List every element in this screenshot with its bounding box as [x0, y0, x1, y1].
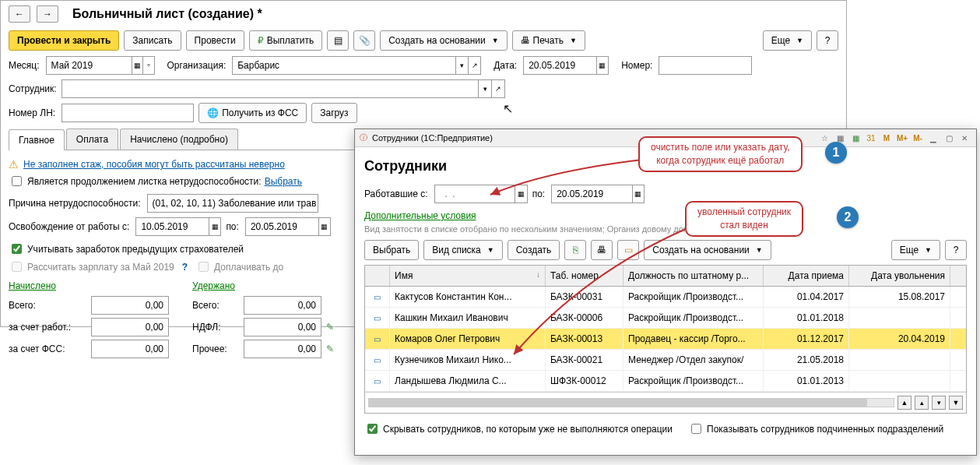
number-input[interactable] — [659, 56, 752, 75]
scroll-track[interactable] — [368, 398, 894, 407]
calendar-icon[interactable]: 31 — [864, 131, 878, 145]
open-icon[interactable]: ↗ — [468, 57, 480, 74]
table-row[interactable]: ▭Кашкин Михаил ИвановичБАЗК-00006Раскрой… — [365, 308, 966, 329]
col-position[interactable]: Должность по штатному р... — [623, 266, 764, 286]
total-withheld[interactable] — [244, 296, 321, 315]
scroll-bottom-icon[interactable]: ▼ — [949, 396, 963, 410]
col-hired[interactable]: Дата приема — [764, 266, 849, 286]
scroll-down-icon[interactable]: ▾ — [932, 396, 946, 410]
col-tab[interactable]: Таб. номер — [546, 266, 623, 286]
help-icon[interactable]: ? — [182, 262, 188, 273]
attach-icon[interactable]: 📎 — [353, 30, 375, 51]
other-amount[interactable] — [244, 340, 321, 358]
table-row[interactable]: ▭Кактусов Константин Кон...БАЗК-00031Рас… — [365, 287, 966, 308]
create-based-button[interactable]: Создать на основании▼ — [644, 240, 771, 260]
table-row[interactable]: ▭Кузнечиков Михаил Нико...БАЗК-00021Мене… — [365, 350, 966, 371]
employee-input[interactable]: ▾ ↗ — [61, 79, 505, 98]
card-icon[interactable]: ▭ — [617, 240, 639, 260]
load-file-button[interactable]: Загруз — [311, 103, 357, 123]
worked-to-label: по: — [532, 188, 546, 199]
stepper-icon[interactable]: ÷ — [142, 57, 153, 74]
mplus-icon[interactable]: M+ — [895, 131, 909, 145]
edit-icon[interactable]: ✎ — [326, 343, 334, 354]
get-fss-button[interactable]: 🌐 Получить из ФСС — [198, 103, 307, 123]
maximize-icon[interactable]: ▢ — [942, 131, 956, 145]
release-from-input[interactable]: ▦ — [135, 217, 221, 236]
open-icon[interactable]: ↗ — [491, 80, 504, 97]
dropdown-icon[interactable]: ▾ — [478, 80, 491, 97]
date-input[interactable]: ▦ — [523, 56, 609, 75]
warning-link[interactable]: Не заполнен стаж, пособия могут быть рас… — [23, 159, 285, 170]
continuation-checkbox[interactable] — [12, 176, 22, 186]
col-name[interactable]: Имя↓ — [390, 266, 546, 286]
minimize-icon[interactable]: ▁ — [926, 131, 940, 145]
consider-checkbox[interactable] — [12, 244, 22, 254]
fss-amount[interactable] — [91, 340, 169, 358]
table-row[interactable]: ▭Комаров Олег ПетровичБАЗК-00013Продавец… — [365, 329, 966, 350]
row-icon: ▭ — [374, 293, 381, 301]
cell-fired — [849, 371, 950, 391]
dropdown-icon[interactable]: ▾ — [455, 57, 468, 74]
m-icon[interactable]: M — [880, 131, 894, 145]
org-input[interactable]: ▾ ↗ — [232, 56, 481, 75]
employee-label: Сотрудник: — [9, 83, 55, 94]
calc-icon[interactable]: ▦ — [848, 131, 862, 145]
ln-input[interactable] — [61, 104, 194, 122]
viewlist-button[interactable]: Вид списка▼ — [423, 240, 502, 260]
table-row[interactable]: ▭Ландышева Людмила С...ШФЗК-00012Раскрой… — [365, 371, 966, 392]
release-to-input[interactable]: ▦ — [245, 217, 331, 236]
print-icon[interactable]: 🖶 — [591, 240, 613, 260]
grid-header: Имя↓ Таб. номер Должность по штатному р.… — [365, 266, 966, 287]
close-icon[interactable]: ✕ — [957, 131, 971, 145]
cell-tab: ШФЗК-00012 — [546, 371, 623, 391]
pay-button[interactable]: ₽Выплатить — [249, 30, 323, 51]
reason-input[interactable] — [147, 194, 318, 213]
date-to-input[interactable]: ▦ — [551, 185, 645, 203]
help-button[interactable]: ? — [945, 240, 967, 260]
employer-amount[interactable] — [91, 318, 169, 336]
create-button[interactable]: Создать — [508, 240, 560, 260]
calendar-icon[interactable]: ▦ — [318, 218, 330, 235]
show-sub-checkbox[interactable] — [691, 424, 701, 434]
forward-button[interactable]: → — [37, 5, 58, 23]
hide-done-checkbox[interactable] — [367, 424, 378, 434]
favorite-icon[interactable]: ☆ — [817, 131, 831, 145]
copy-icon[interactable]: ⎘ — [564, 240, 586, 260]
row-icon: ▭ — [374, 377, 381, 386]
month-input[interactable]: ▦ ÷ — [46, 56, 155, 75]
ndfl-amount[interactable] — [244, 318, 321, 336]
date-from-input[interactable]: ▦ — [434, 185, 528, 203]
calendar-icon[interactable]: ▦ — [132, 57, 142, 74]
withheld-header[interactable]: Удержано — [192, 280, 334, 291]
cell-name: Кактусов Константин Кон... — [390, 287, 546, 307]
continuation-label: Является продолжением листка нетрудоспос… — [27, 176, 262, 187]
total-accrued[interactable] — [91, 296, 169, 315]
help-button[interactable]: ? — [817, 30, 838, 51]
more-button[interactable]: Еще▼ — [763, 30, 812, 51]
tab-pay[interactable]: Оплата — [66, 129, 118, 150]
tab-calc[interactable]: Начислено (подробно) — [120, 129, 238, 150]
tab-main[interactable]: Главное — [9, 129, 65, 150]
conditions-link[interactable]: Дополнительные условия — [364, 210, 476, 221]
print-button[interactable]: 🖶 Печать▼ — [512, 30, 585, 51]
calendar-icon[interactable]: ▦ — [632, 185, 645, 203]
edit-icon[interactable]: ✎ — [326, 322, 334, 333]
accrued-header[interactable]: Начислено — [9, 280, 169, 291]
submit-close-button[interactable]: Провести и закрыть — [9, 30, 119, 51]
scroll-top-icon[interactable]: ▲ — [897, 396, 912, 410]
create-based-button[interactable]: Создать на основании▼ — [380, 30, 507, 51]
scroll-up-icon[interactable]: ▴ — [915, 396, 929, 410]
post-button[interactable]: Провести — [186, 30, 244, 51]
calendar-icon[interactable]: ▦ — [209, 218, 220, 235]
back-button[interactable]: ← — [9, 5, 30, 23]
calendar-icon[interactable]: ▦ — [515, 185, 527, 203]
write-button[interactable]: Записать — [124, 30, 181, 51]
more-button[interactable]: Еще▼ — [891, 240, 940, 260]
report-icon[interactable]: ▤ — [327, 30, 349, 51]
choose-link[interactable]: Выбрать — [265, 176, 302, 187]
mminus-icon[interactable]: M- — [911, 131, 925, 145]
cursor-icon: ↖ — [503, 101, 513, 116]
calendar-icon[interactable]: ▦ — [596, 57, 608, 74]
choose-button[interactable]: Выбрать — [364, 240, 419, 260]
col-fired[interactable]: Дата увольнения — [849, 266, 950, 286]
